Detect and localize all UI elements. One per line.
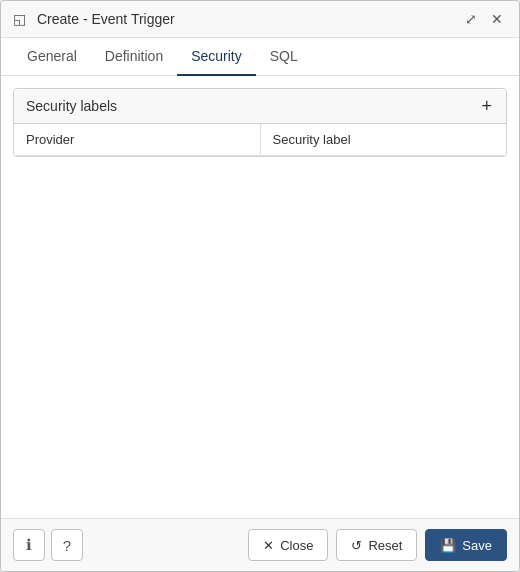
- save-button[interactable]: 💾 Save: [425, 529, 507, 561]
- close-icon: ✕: [263, 538, 274, 553]
- title-controls: ⤢ ✕: [461, 9, 507, 29]
- close-window-button[interactable]: ✕: [487, 9, 507, 29]
- footer-left: ℹ ?: [13, 529, 83, 561]
- tab-security[interactable]: Security: [177, 38, 256, 76]
- dialog-title: Create - Event Trigger: [37, 11, 175, 27]
- security-label-column-header: Security label: [260, 124, 506, 156]
- tab-general[interactable]: General: [13, 38, 91, 76]
- security-labels-section: Security labels + Provider Security labe…: [13, 88, 507, 157]
- help-icon: ?: [63, 537, 71, 554]
- close-button[interactable]: ✕ Close: [248, 529, 328, 561]
- close-label: Close: [280, 538, 313, 553]
- table-header-row: Provider Security label: [14, 124, 506, 156]
- info-icon: ℹ: [26, 536, 32, 554]
- tab-definition[interactable]: Definition: [91, 38, 177, 76]
- create-event-trigger-dialog: ◱ Create - Event Trigger ⤢ ✕ General Def…: [0, 0, 520, 572]
- title-left: ◱ Create - Event Trigger: [13, 11, 175, 27]
- title-bar: ◱ Create - Event Trigger ⤢ ✕: [1, 1, 519, 38]
- tab-bar: General Definition Security SQL: [1, 38, 519, 76]
- provider-column-header: Provider: [14, 124, 260, 156]
- main-content: Security labels + Provider Security labe…: [1, 76, 519, 518]
- reset-label: Reset: [368, 538, 402, 553]
- reset-icon: ↺: [351, 538, 362, 553]
- expand-button[interactable]: ⤢: [461, 9, 481, 29]
- section-title: Security labels: [26, 98, 117, 114]
- dialog-icon: ◱: [13, 11, 29, 27]
- save-label: Save: [462, 538, 492, 553]
- footer-right: ✕ Close ↺ Reset 💾 Save: [248, 529, 507, 561]
- save-icon: 💾: [440, 538, 456, 553]
- help-button[interactable]: ?: [51, 529, 83, 561]
- dialog-footer: ℹ ? ✕ Close ↺ Reset 💾 Save: [1, 518, 519, 571]
- reset-button[interactable]: ↺ Reset: [336, 529, 417, 561]
- tab-sql[interactable]: SQL: [256, 38, 312, 76]
- security-labels-table: Provider Security label: [14, 124, 506, 156]
- info-button[interactable]: ℹ: [13, 529, 45, 561]
- add-security-label-button[interactable]: +: [479, 97, 494, 115]
- section-header: Security labels +: [14, 89, 506, 124]
